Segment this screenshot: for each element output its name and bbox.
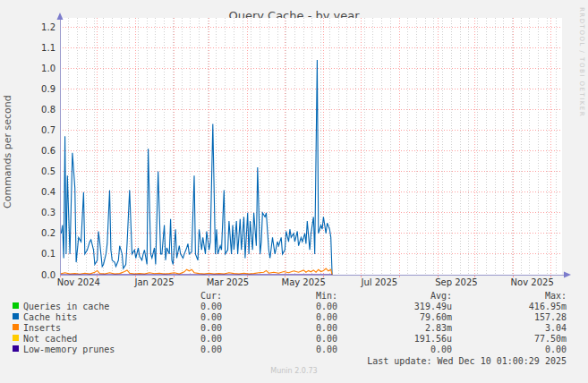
legend-value: 2.83m (362, 323, 452, 333)
x-tick-label: Jan 2025 (134, 277, 175, 287)
legend-swatch-cache-hits (13, 313, 19, 319)
y-tick-label: 0.9 (41, 84, 55, 94)
legend-label: Queries in cache (23, 302, 109, 311)
legend-value: 3.04 (477, 323, 567, 333)
y-tick-label: 0.6 (41, 146, 55, 156)
legend-label: Low-memory prunes (23, 345, 115, 354)
legend-value: 0.00 (477, 345, 567, 354)
y-tick-label: 0.1 (41, 249, 55, 259)
legend-value: 0.00 (248, 302, 337, 311)
legend-value: 0.00 (248, 345, 337, 354)
legend-swatch-queries-in-cache (13, 302, 19, 309)
x-tick-label: Nov 2024 (57, 277, 100, 287)
x-tick-label: Sep 2025 (435, 277, 477, 287)
munin-query-cache-graph: Query Cache - by year Commands per secon… (0, 0, 588, 383)
last-update-text: Last update: Wed Dec 10 01:00:29 2025 (367, 356, 567, 366)
y-tick-label: 0.8 (41, 105, 55, 115)
munin-version-text: Munin 2.0.73 (0, 367, 588, 375)
legend-value: 0.00 (132, 302, 222, 311)
legend-value: 319.49u (362, 302, 452, 311)
legend-label: Inserts (23, 323, 61, 333)
legend-value: 191.56u (362, 334, 452, 344)
legend-value: 157.28 (477, 312, 567, 322)
y-tick-label: 1.2 (41, 22, 55, 32)
y-tick-label: 1.0 (41, 64, 55, 73)
chart-plot-area: 0.00.10.20.30.40.50.60.70.80.91.01.11.2N… (0, 0, 588, 295)
legend-value: 0.00 (132, 312, 222, 322)
x-tick-label: Nov 2025 (511, 277, 554, 287)
y-tick-label: 0.4 (41, 187, 55, 197)
y-tick-label: 1.1 (41, 43, 55, 53)
legend-value: 79.60m (362, 312, 452, 322)
legend-swatch-low-memory-prunes (13, 345, 19, 352)
legend-swatch-inserts (13, 324, 19, 330)
legend-label: Cache hits (23, 312, 77, 322)
legend-value: 0.00 (132, 345, 222, 354)
y-tick-label: 0.5 (41, 166, 55, 176)
legend-value: 0.00 (248, 312, 337, 322)
y-tick-label: 0.7 (41, 125, 55, 135)
legend-value: 77.50m (477, 334, 567, 344)
legend-value: 416.95m (477, 302, 567, 311)
y-tick-label: 0.2 (41, 228, 55, 238)
legend-swatch-not-cached (13, 335, 19, 341)
legend-value: 0.00 (248, 334, 337, 344)
x-axis-arrow (564, 272, 571, 278)
legend-label: Not cached (23, 334, 77, 344)
legend-value: 0.00 (248, 323, 337, 333)
y-axis-arrow (57, 13, 64, 20)
legend-value: 0.00 (132, 334, 222, 344)
x-tick-label: Jul 2025 (361, 277, 398, 287)
y-tick-label: 0.0 (41, 270, 55, 280)
legend-value: 0.00 (132, 323, 222, 333)
y-tick-label: 0.3 (41, 208, 55, 217)
legend-value: 0.00 (362, 345, 452, 354)
x-tick-label: May 2025 (282, 277, 326, 287)
x-tick-label: Mar 2025 (207, 277, 250, 287)
